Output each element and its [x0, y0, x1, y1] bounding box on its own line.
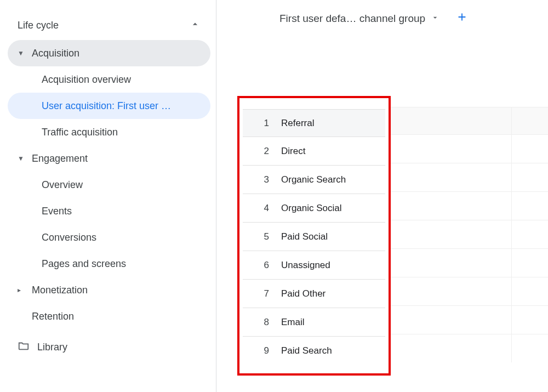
nav-item-label: Retention [32, 311, 74, 322]
channel-row[interactable]: 7 Paid Other [243, 279, 385, 308]
ghost-row [391, 107, 548, 134]
nav-item-label: Traffic acquisition [42, 127, 118, 138]
ghost-row [391, 248, 548, 277]
ghost-row [391, 220, 548, 248]
channel-list-highlight: 1 Referral 2 Direct 3 Organic Search 4 O… [237, 96, 391, 376]
nav-item-label: Conversions [42, 232, 96, 243]
channel-name: Email [281, 317, 385, 328]
ghost-row [391, 134, 548, 163]
ghost-row [391, 277, 548, 305]
nav-item-conversions[interactable]: Conversions [8, 224, 210, 251]
channel-index: 6 [243, 260, 281, 271]
nav-group-acquisition[interactable]: ▼ Acquisition [8, 40, 210, 66]
channel-index: 3 [243, 174, 281, 185]
add-dimension-button[interactable] [456, 11, 468, 26]
channel-row[interactable]: 1 Referral [243, 109, 385, 137]
channel-table: 1 Referral 2 Direct 3 Organic Search 4 O… [243, 109, 385, 365]
caret-down-icon [431, 13, 439, 25]
ghost-row [391, 334, 548, 362]
nav-item-retention[interactable]: Retention [8, 303, 210, 329]
channel-name: Organic Search [281, 174, 385, 185]
channel-row[interactable]: 2 Direct [243, 137, 385, 165]
ghost-row [391, 305, 548, 334]
section-label: Life cycle [18, 20, 59, 31]
channel-index: 1 [243, 118, 281, 129]
nav-group-label: Engagement [32, 153, 88, 164]
channel-index: 7 [243, 288, 281, 299]
ghost-row [391, 163, 548, 191]
channel-index: 5 [243, 231, 281, 242]
sidebar: Life cycle ▼ Acquisition Acquisition ove… [0, 0, 216, 392]
column-divider [511, 107, 512, 362]
channel-name: Paid Search [281, 345, 385, 356]
nav-item-user-acquisition[interactable]: User acquisition: First user … [8, 93, 210, 119]
nav-item-label: Library [37, 342, 67, 353]
nav-item-library[interactable]: Library [8, 334, 210, 360]
channel-index: 4 [243, 203, 281, 214]
caret-right-icon: ▸ [18, 286, 25, 294]
channel-row[interactable]: 6 Unassigned [243, 251, 385, 279]
nav-item-label: Overview [42, 179, 83, 191]
channel-name: Paid Social [281, 231, 385, 242]
nav-item-label: User acquisition: First user … [42, 100, 171, 112]
dimension-picker: First user defa… channel group [279, 11, 548, 26]
nav-item-pages-and-screens[interactable]: Pages and screens [8, 251, 210, 277]
main-panel: First user defa… channel group 1 Referra… [216, 0, 548, 392]
ghost-row [391, 191, 548, 220]
channel-name: Direct [281, 146, 385, 157]
channel-row[interactable]: 8 Email [243, 308, 385, 336]
channel-name: Referral [281, 118, 385, 129]
nav-group-label: Monetization [32, 285, 88, 296]
caret-down-icon: ▼ [18, 155, 25, 162]
nav-item-label: Pages and screens [42, 258, 126, 270]
channel-index: 8 [243, 317, 281, 328]
nav-group-monetization[interactable]: ▸ Monetization [8, 277, 210, 303]
nav-group-engagement[interactable]: ▼ Engagement [8, 145, 210, 172]
chevron-up-icon [190, 19, 201, 32]
nav-item-label: Acquisition overview [42, 74, 131, 86]
folder-icon [18, 340, 30, 355]
dimension-label: First user defa… channel group [279, 13, 425, 25]
channel-row[interactable]: 5 Paid Social [243, 222, 385, 251]
nav-item-label: Events [42, 206, 72, 217]
channel-name: Unassigned [281, 260, 385, 271]
nav-item-engagement-overview[interactable]: Overview [8, 172, 210, 198]
channel-row[interactable]: 3 Organic Search [243, 165, 385, 194]
channel-row[interactable]: 9 Paid Search [243, 336, 385, 365]
nav-item-events[interactable]: Events [8, 198, 210, 224]
channel-index: 9 [243, 345, 281, 356]
dimension-dropdown[interactable]: First user defa… channel group [279, 13, 439, 25]
channel-name: Paid Other [281, 288, 385, 299]
table-ghost-columns [391, 107, 548, 362]
nav-group-label: Acquisition [32, 48, 79, 59]
nav-item-traffic-acquisition[interactable]: Traffic acquisition [8, 119, 210, 145]
channel-name: Organic Social [281, 203, 385, 214]
nav-item-acquisition-overview[interactable]: Acquisition overview [8, 66, 210, 93]
caret-down-icon: ▼ [18, 49, 25, 57]
channel-row[interactable]: 4 Organic Social [243, 194, 385, 222]
section-life-cycle[interactable]: Life cycle [8, 11, 210, 40]
channel-index: 2 [243, 146, 281, 157]
